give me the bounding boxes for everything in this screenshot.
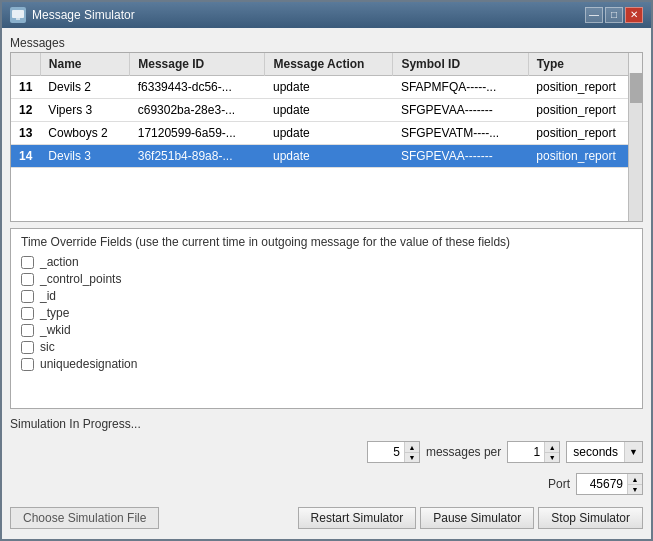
table-header-row: Name Message ID Message Action Symbol ID… [11, 53, 642, 76]
table-scroll[interactable]: Name Message ID Message Action Symbol ID… [11, 53, 642, 221]
row-symbol-id: SFGPEVAA------- [393, 145, 528, 168]
choose-file-button[interactable]: Choose Simulation File [10, 507, 159, 529]
col-message-id: Message ID [130, 53, 265, 76]
status-bar: Simulation In Progress... [10, 415, 643, 433]
checkbox-uniquedesignation[interactable] [21, 358, 34, 371]
interval-input[interactable] [508, 442, 544, 462]
row-action: update [265, 99, 393, 122]
col-num [11, 53, 40, 76]
checkboxes-container: _action _control_points _id _type _wkid … [21, 255, 632, 371]
row-num: 11 [11, 76, 40, 99]
pause-button[interactable]: Pause Simulator [420, 507, 534, 529]
row-message-id: c69302ba-28e3-... [130, 99, 265, 122]
messages-table: Name Message ID Message Action Symbol ID… [11, 53, 642, 168]
col-message-action: Message Action [265, 53, 393, 76]
checkbox-item-_control_points: _control_points [21, 272, 632, 286]
row-symbol-id: SFGPEVAA------- [393, 99, 528, 122]
checkbox-label-_id: _id [40, 289, 56, 303]
checkbox-sic[interactable] [21, 341, 34, 354]
messages-section: Messages Name Message ID Message Action … [10, 36, 643, 222]
maximize-button[interactable]: □ [605, 7, 623, 23]
interval-spinbox[interactable]: ▲ ▼ [507, 441, 560, 463]
checkbox-_type[interactable] [21, 307, 34, 320]
checkbox-label-_action: _action [40, 255, 79, 269]
interval-up[interactable]: ▲ [545, 442, 559, 452]
col-symbol-id: Symbol ID [393, 53, 528, 76]
row-num: 13 [11, 122, 40, 145]
checkbox-_id[interactable] [21, 290, 34, 303]
scrollbar-thumb [630, 73, 642, 103]
checkbox-item-_id: _id [21, 289, 632, 303]
row-type: position_report [528, 99, 641, 122]
title-buttons: — □ ✕ [585, 7, 643, 23]
minimize-button[interactable]: — [585, 7, 603, 23]
checkbox-_action[interactable] [21, 256, 34, 269]
row-num: 14 [11, 145, 40, 168]
table-row[interactable]: 11 Devils 2 f6339443-dc56-... update SFA… [11, 76, 642, 99]
messages-per-input[interactable] [368, 442, 404, 462]
checkbox-label-sic: sic [40, 340, 55, 354]
bottom-controls: ▲ ▼ messages per ▲ ▼ seconds ▼ [10, 439, 643, 465]
messages-per-spinbox[interactable]: ▲ ▼ [367, 441, 420, 463]
row-action: update [265, 76, 393, 99]
svg-rect-1 [16, 18, 20, 20]
title-bar-left: Message Simulator [10, 7, 135, 23]
footer-action-buttons: Restart Simulator Pause Simulator Stop S… [298, 507, 643, 529]
footer-row: Choose Simulation File Restart Simulator… [10, 503, 643, 531]
port-label: Port [548, 477, 570, 491]
checkbox-label-uniquedesignation: uniquedesignation [40, 357, 137, 371]
port-down[interactable]: ▼ [628, 484, 642, 494]
col-type: Type [528, 53, 641, 76]
checkbox-item-_type: _type [21, 306, 632, 320]
override-section: Time Override Fields (use the current ti… [10, 228, 643, 409]
port-row: Port ▲ ▼ [10, 471, 643, 497]
row-action: update [265, 122, 393, 145]
row-action: update [265, 145, 393, 168]
scrollbar[interactable] [628, 53, 642, 221]
interval-unit-dropdown[interactable]: seconds ▼ [566, 441, 643, 463]
row-name: Cowboys 2 [40, 122, 129, 145]
row-message-id: f6339443-dc56-... [130, 76, 265, 99]
checkbox-_control_points[interactable] [21, 273, 34, 286]
row-type: position_report [528, 76, 641, 99]
restart-button[interactable]: Restart Simulator [298, 507, 417, 529]
row-num: 12 [11, 99, 40, 122]
row-type: position_report [528, 145, 641, 168]
checkbox-item-_action: _action [21, 255, 632, 269]
row-name: Devils 3 [40, 145, 129, 168]
content-area: Messages Name Message ID Message Action … [2, 28, 651, 539]
table-row[interactable]: 13 Cowboys 2 17120599-6a59-... update SF… [11, 122, 642, 145]
per-label: messages per [426, 445, 501, 459]
port-up[interactable]: ▲ [628, 474, 642, 484]
checkbox-_wkid[interactable] [21, 324, 34, 337]
checkbox-label-_control_points: _control_points [40, 272, 121, 286]
table-row[interactable]: 12 Vipers 3 c69302ba-28e3-... update SFG… [11, 99, 642, 122]
row-symbol-id: SFGPEVATM----... [393, 122, 528, 145]
scrollbar-track [629, 73, 642, 222]
port-spinner-buttons: ▲ ▼ [627, 474, 642, 494]
port-spinbox[interactable]: ▲ ▼ [576, 473, 643, 495]
close-button[interactable]: ✕ [625, 7, 643, 23]
checkbox-item-sic: sic [21, 340, 632, 354]
checkbox-item-_wkid: _wkid [21, 323, 632, 337]
table-row[interactable]: 14 Devils 3 36f251b4-89a8-... update SFG… [11, 145, 642, 168]
row-name: Vipers 3 [40, 99, 129, 122]
interval-spinner-buttons: ▲ ▼ [544, 442, 559, 462]
row-name: Devils 2 [40, 76, 129, 99]
messages-per-down[interactable]: ▼ [405, 452, 419, 462]
row-type: position_report [528, 122, 641, 145]
interval-unit-value: seconds [567, 445, 624, 459]
override-label: Time Override Fields (use the current ti… [21, 235, 632, 249]
svg-rect-0 [12, 10, 24, 18]
title-bar: Message Simulator — □ ✕ [2, 2, 651, 28]
monitor-icon [10, 7, 26, 23]
port-input[interactable] [577, 474, 627, 494]
stop-button[interactable]: Stop Simulator [538, 507, 643, 529]
status-text: Simulation In Progress... [10, 417, 141, 431]
main-window: Message Simulator — □ ✕ Messages Name [0, 0, 653, 541]
checkbox-label-_wkid: _wkid [40, 323, 71, 337]
messages-per-up[interactable]: ▲ [405, 442, 419, 452]
interval-down[interactable]: ▼ [545, 452, 559, 462]
col-name: Name [40, 53, 129, 76]
messages-table-container: Name Message ID Message Action Symbol ID… [10, 52, 643, 222]
